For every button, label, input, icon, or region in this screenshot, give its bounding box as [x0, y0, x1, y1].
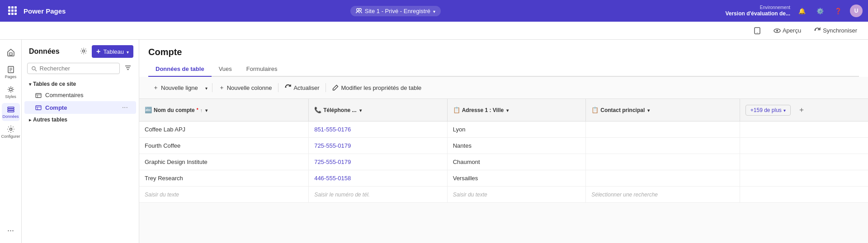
nav-pages-label: Pages	[5, 75, 17, 79]
col-contact-dropdown[interactable]	[647, 107, 650, 113]
tablet-view-button[interactable]	[750, 25, 764, 36]
cell-name-2[interactable]: Graphic Design Institute	[139, 154, 309, 170]
avatar[interactable]: U	[850, 5, 863, 17]
col-phone-dropdown[interactable]	[359, 107, 362, 113]
refresh-button[interactable]: Actualiser	[280, 82, 324, 93]
placeholder-phone[interactable]: Saisir le numéro de tél.	[309, 187, 448, 203]
cell-phone-1[interactable]: 725-555-0179	[309, 138, 448, 154]
cell-phone-0[interactable]: 851-555-0176	[309, 122, 448, 138]
nav-styles[interactable]: Styles	[2, 83, 20, 101]
placeholder-more	[740, 187, 868, 203]
placeholder-name[interactable]: Saisir du texte	[139, 187, 309, 203]
col-header-more[interactable]: +159 de plus ＋	[740, 99, 868, 122]
cell-name-0[interactable]: Coffee Lab APJ	[139, 122, 309, 138]
cell-more-3	[740, 170, 868, 187]
cell-phone-3[interactable]: 446-555-0158	[309, 170, 448, 187]
new-row-dropdown[interactable]	[203, 82, 210, 93]
nav-pages[interactable]: Pages	[2, 63, 20, 81]
phone-link-0[interactable]: 851-555-0176	[314, 126, 351, 133]
nav-data[interactable]: Données	[2, 103, 20, 121]
add-tableau-button[interactable]: + Tableau	[92, 45, 133, 58]
nav-home[interactable]	[2, 43, 20, 61]
env-name: Version d'évaluation de...	[725, 10, 790, 18]
svg-rect-22	[36, 93, 41, 98]
plus-col-icon: ＋	[219, 84, 225, 92]
cell-contact-2[interactable]	[586, 154, 740, 170]
cell-contact-3[interactable]	[586, 170, 740, 187]
col-city-dropdown[interactable]	[506, 107, 509, 113]
env-label: Environnement	[725, 5, 790, 10]
other-tables-section[interactable]: Autres tables	[22, 114, 139, 126]
cell-name-1[interactable]: Fourth Coffee	[139, 138, 309, 154]
nav-configure[interactable]: Configurer	[2, 123, 20, 141]
sidebar-gear-button[interactable]	[78, 46, 89, 58]
site-tables-section[interactable]: Tables de ce site	[22, 79, 139, 89]
pages-icon	[7, 65, 15, 74]
phone-link-1[interactable]: 725-555-0179	[314, 142, 351, 149]
tab-views[interactable]: Vues	[212, 62, 239, 77]
placeholder-contact[interactable]: Sélectionner une recherche	[586, 187, 740, 203]
svg-rect-13	[8, 109, 14, 110]
svg-point-1	[359, 9, 361, 11]
phone-link-3[interactable]: 446-555-0158	[314, 175, 351, 182]
sidebar-item-compte[interactable]: Compte ···	[24, 101, 136, 114]
tab-data[interactable]: Données de table	[148, 62, 212, 77]
svg-point-3	[757, 32, 757, 33]
new-col-button[interactable]: ＋ Nouvelle colonne	[214, 81, 277, 94]
col-header-contact[interactable]: 📋 Contact principal	[586, 99, 740, 122]
svg-rect-12	[8, 107, 14, 108]
more-cols-button[interactable]: +159 de plus	[745, 105, 791, 116]
sync-button[interactable]: Synchroniser	[810, 25, 861, 36]
col-header-city[interactable]: 📋 Adresse 1 : Ville	[447, 99, 586, 122]
edit-props-button[interactable]: Modifier les propriétés de table	[328, 82, 426, 93]
notification-button[interactable]: 🔔	[796, 6, 808, 16]
phone-link-2[interactable]: 725-555-0179	[314, 159, 351, 165]
cell-city-1[interactable]: Nantes	[447, 138, 586, 154]
search-input[interactable]	[40, 65, 116, 72]
cell-more-1	[740, 138, 868, 154]
placeholder-city[interactable]: Saisir du texte	[447, 187, 586, 203]
col-header-name[interactable]: 🔤 Nom du compte * ↑	[139, 99, 309, 122]
tableau-dropdown-icon	[127, 48, 129, 55]
compte-more-button[interactable]: ···	[121, 104, 129, 111]
tab-forms[interactable]: Formulaires	[239, 62, 285, 77]
svg-point-11	[9, 88, 12, 91]
help-button[interactable]: ❓	[832, 6, 844, 16]
svg-rect-25	[36, 106, 41, 110]
city-col-icon: 📋	[453, 107, 460, 113]
site-selector[interactable]: Site 1 - Privé - Enregistré	[350, 6, 441, 16]
cell-city-3[interactable]: Versailles	[447, 170, 586, 187]
cell-city-2[interactable]: Chaumont	[447, 154, 586, 170]
col-contact-label: Contact principal	[600, 107, 645, 113]
cell-city-0[interactable]: Lyon	[447, 122, 586, 138]
plus-row-icon: ＋	[153, 84, 159, 92]
phone-col-icon: 📞	[314, 107, 321, 113]
sidebar-header: Données + Tableau	[22, 45, 139, 62]
site-tables-chevron	[29, 81, 31, 87]
nav-more[interactable]: ···	[2, 221, 20, 239]
filter-button[interactable]	[123, 62, 133, 75]
cell-contact-1[interactable]	[586, 138, 740, 154]
refresh-label: Actualiser	[293, 84, 319, 91]
data-table: 🔤 Nom du compte * ↑ 📞 Téléphone ...	[139, 99, 868, 203]
users-icon	[356, 8, 362, 14]
more-icon: ···	[7, 226, 14, 235]
new-row-button[interactable]: ＋ Nouvelle ligne	[148, 81, 203, 94]
cell-phone-2[interactable]: 725-555-0179	[309, 154, 448, 170]
content-area: Compte Données de table Vues Formulaires…	[139, 40, 868, 243]
cell-contact-0[interactable]	[586, 122, 740, 138]
col-header-phone[interactable]: 📞 Téléphone ...	[309, 99, 448, 122]
add-col-button[interactable]: ＋	[793, 103, 810, 117]
nav-styles-label: Styles	[5, 94, 16, 99]
app-menu-button[interactable]	[5, 5, 20, 17]
sync-label: Synchroniser	[823, 27, 857, 34]
col-name-dropdown[interactable]	[205, 107, 208, 113]
sidebar-item-commentaires[interactable]: Commentaires	[24, 89, 136, 101]
preview-button[interactable]: Aperçu	[770, 25, 805, 36]
name-col-icon: 🔤	[145, 107, 152, 113]
cell-more-2	[740, 154, 868, 170]
preview-label: Aperçu	[783, 27, 801, 34]
table-row: Trey Research 446-555-0158 Versailles	[139, 170, 868, 187]
cell-name-3[interactable]: Trey Research	[139, 170, 309, 187]
settings-button[interactable]: ⚙️	[814, 6, 826, 16]
